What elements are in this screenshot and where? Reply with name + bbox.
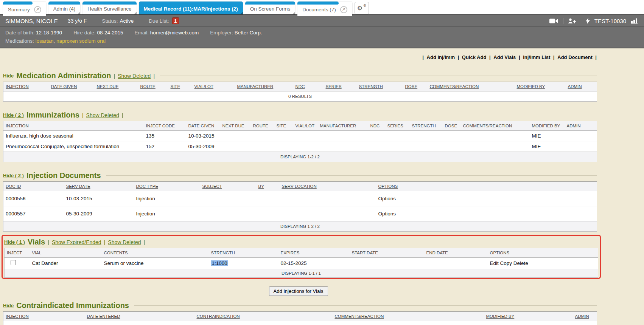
medication-link[interactable]: losartan xyxy=(36,38,54,44)
column-header[interactable]: NDC xyxy=(293,82,324,91)
hide-toggle[interactable]: Hide ( 1 ) xyxy=(4,239,25,245)
column-header[interactable]: DOSE xyxy=(443,121,461,131)
column-header[interactable]: OPTIONS xyxy=(376,182,597,191)
column-header[interactable]: CONTENTS xyxy=(102,248,209,258)
column-header[interactable]: INJECTION xyxy=(3,121,144,131)
separator: | xyxy=(143,239,145,245)
table-header-row: INJECT VIAL CONTENTS STRENGTH EXPIRES ST… xyxy=(5,248,598,258)
column-header[interactable]: DOC ID xyxy=(3,182,64,191)
video-camera-icon[interactable] xyxy=(549,18,558,24)
medication-link[interactable]: naproxen sodium oral xyxy=(56,38,106,44)
column-header[interactable]: COMMENTS/REACTION xyxy=(333,312,484,321)
column-header[interactable]: ADMIN xyxy=(566,82,597,91)
column-header[interactable]: COMMENTS/REACTION xyxy=(461,121,530,131)
show-deleted-link[interactable]: Show Deleted xyxy=(118,73,151,79)
column-header[interactable]: ROUTE xyxy=(138,82,168,91)
column-header[interactable]: STRENGTH xyxy=(357,82,403,91)
edit-copy-delete-links[interactable]: Edit Copy Delete xyxy=(488,258,598,269)
hide-toggle[interactable]: Hide xyxy=(3,303,14,308)
add-injections-for-vials-button[interactable]: Add Injections for Vials xyxy=(269,286,328,296)
column-header[interactable]: DOSE xyxy=(403,82,428,91)
column-header[interactable]: MODIFIED BY xyxy=(530,121,565,131)
divider xyxy=(150,242,598,242)
separator: | xyxy=(153,73,155,79)
tab-documents[interactable]: Documents (7) ↗ xyxy=(297,2,352,16)
column-header[interactable]: STRENGTH xyxy=(209,248,278,258)
popout-icon[interactable]: ↗ xyxy=(340,6,347,13)
column-header[interactable]: ADMIN xyxy=(573,312,597,321)
column-header[interactable]: CONTRAINDICATION xyxy=(194,312,333,321)
column-header[interactable]: MANUFACTURER xyxy=(235,82,293,91)
dob-label: Date of birth: xyxy=(5,30,34,36)
column-header[interactable]: SITE xyxy=(168,82,192,91)
add-vials-link[interactable]: Add Vials xyxy=(493,54,516,60)
tab-bar: Summary ↗ Admin (4) Health Surveillance … xyxy=(0,0,644,14)
column-header[interactable]: SERIES xyxy=(324,82,357,91)
add-person-icon[interactable] xyxy=(568,18,576,24)
quick-add-link[interactable]: Quick Add xyxy=(462,54,487,60)
tab-admin[interactable]: Admin (4) xyxy=(48,2,81,14)
column-header[interactable]: EXPIRES xyxy=(278,248,350,258)
bar-chart-icon[interactable] xyxy=(631,18,639,24)
column-header[interactable]: START DATE xyxy=(350,248,424,258)
column-header[interactable]: VIAL/LOT xyxy=(192,82,235,91)
inj-imm-list-link[interactable]: Inj/Imm List xyxy=(523,54,550,60)
lightning-icon[interactable] xyxy=(586,18,590,24)
show-deleted-link[interactable]: Show Deleted xyxy=(108,239,141,245)
cell-serv-date: 05-30-2009 xyxy=(64,206,134,221)
tab-summary[interactable]: Summary ↗ xyxy=(3,2,46,16)
column-header[interactable]: MODIFIED BY xyxy=(484,312,573,321)
column-header[interactable]: INJECTION xyxy=(3,312,85,321)
column-header[interactable]: SERV LOCATION xyxy=(280,182,376,191)
table-header-row: INJECTION INJECT CODE DATE GIVEN NEXT DU… xyxy=(3,121,597,131)
column-header[interactable]: INJECT CODE xyxy=(144,121,186,131)
due-list-badge[interactable]: 1 xyxy=(172,17,179,24)
hide-toggle[interactable]: Hide ( 2 ) xyxy=(3,173,24,178)
patient-id: TEST-10030 xyxy=(594,18,626,24)
column-header[interactable]: END DATE xyxy=(424,248,488,258)
hide-toggle[interactable]: Hide ( 2 ) xyxy=(3,112,24,118)
column-header[interactable]: STRENGTH xyxy=(410,121,443,131)
tab-accent xyxy=(245,2,296,5)
column-header[interactable]: VIAL xyxy=(30,248,102,258)
column-header[interactable]: COMMENTS/REACTION xyxy=(428,82,515,91)
column-header[interactable]: NDC xyxy=(368,121,385,131)
add-inj-imm-link[interactable]: Add Inj/Imm xyxy=(427,54,455,60)
show-deleted-link[interactable]: Show Deleted xyxy=(86,112,119,118)
show-expired-ended-link[interactable]: Show Expired/Ended xyxy=(52,239,101,245)
column-header[interactable]: SUBJECT xyxy=(200,182,256,191)
column-header[interactable]: VIAL/LOT xyxy=(293,121,318,131)
popout-icon[interactable]: ↗ xyxy=(34,6,41,13)
column-header[interactable]: DATE GIVEN xyxy=(186,121,220,131)
column-header[interactable]: SERIES xyxy=(385,121,410,131)
add-document-link[interactable]: Add Document xyxy=(557,54,592,60)
section-title: Immunizations xyxy=(26,111,79,119)
column-header[interactable]: DATE ENTERED xyxy=(85,312,194,321)
tab-health-surveillance[interactable]: Health Surveillance xyxy=(82,2,136,14)
column-header[interactable]: DATE GIVEN xyxy=(49,82,95,91)
table-row: 0000556 10-03-2015 Injection Options xyxy=(3,191,597,206)
column-header[interactable]: NEXT DUE xyxy=(220,121,251,131)
options-link[interactable]: Options xyxy=(376,191,597,206)
separator: | xyxy=(519,54,520,60)
tab-label: Medical Record (11):MAR/Injections (2) xyxy=(144,6,238,12)
options-link[interactable]: Options xyxy=(376,206,597,221)
column-header[interactable]: ROUTE xyxy=(251,121,274,131)
column-header[interactable]: INJECTION xyxy=(3,82,49,91)
tab-on-screen-forms[interactable]: On Screen Forms xyxy=(245,2,296,14)
due-list-label: Due List: xyxy=(149,18,169,24)
inject-checkbox[interactable] xyxy=(11,260,16,265)
column-header[interactable]: ADMIN xyxy=(565,121,597,131)
column-header[interactable]: MANUFACTURER xyxy=(318,121,368,131)
hide-toggle[interactable]: Hide xyxy=(3,73,14,79)
settings-button[interactable]: ⚙ ⚙ xyxy=(355,2,369,14)
tab-medical-record[interactable]: Medical Record (11):MAR/Injections (2) xyxy=(139,2,243,14)
cell-vial: Cat Dander xyxy=(30,258,102,269)
column-header[interactable]: DOC TYPE xyxy=(134,182,200,191)
column-header[interactable]: SERV DATE xyxy=(64,182,134,191)
column-header[interactable]: MODIFIED BY xyxy=(515,82,566,91)
column-header[interactable]: BY xyxy=(256,182,280,191)
column-header[interactable]: SITE xyxy=(274,121,293,131)
column-header[interactable]: NEXT DUE xyxy=(95,82,138,91)
patient-age-sex: 33 y/o F xyxy=(68,18,87,24)
